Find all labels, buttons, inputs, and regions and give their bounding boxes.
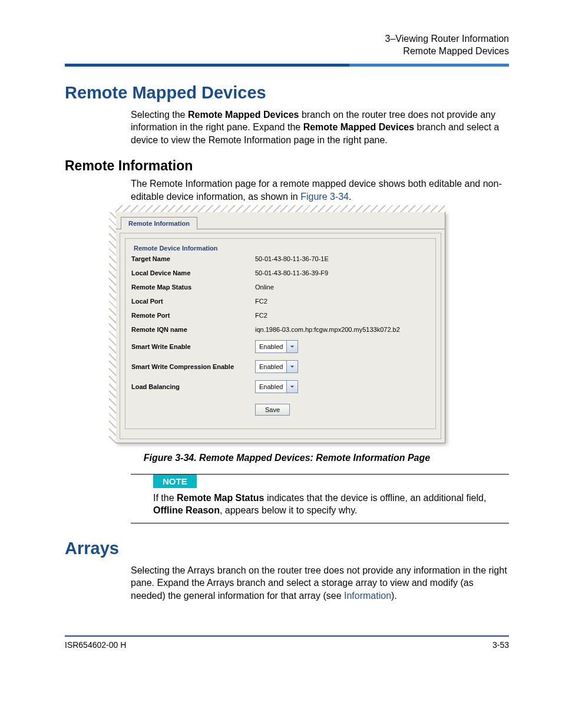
para-remote-mapped-intro: Selecting the Remote Mapped Devices bran… [65,108,509,147]
note-tag: NOTE [153,475,197,488]
row-remote-map-status: Remote Map Status Online [131,280,429,294]
select-smart-write-compression[interactable]: Enabled [255,360,298,373]
header-rule [65,64,509,67]
link-information[interactable]: Information [344,591,391,601]
label-local-port: Local Port [131,298,255,305]
select-smart-write-enable[interactable]: Enabled [255,340,298,353]
value-local-port: FC2 [255,298,429,305]
chevron-down-icon [286,361,297,373]
note-rule-bottom [131,523,509,523]
select-smart-write-enable-value: Enabled [256,343,286,350]
link-figure-3-34[interactable]: Figure 3-34 [300,192,349,202]
footer-docid: ISR654602-00 H [65,640,126,650]
select-load-balancing-value: Enabled [256,383,286,390]
select-load-balancing[interactable]: Enabled [255,380,298,393]
save-button[interactable]: Save [255,404,290,416]
label-remote-iqn: Remote IQN name [131,326,255,333]
row-save: Save [131,397,429,419]
label-smart-write-compression: Smart Write Compression Enable [131,363,255,370]
label-smart-write-enable: Smart Write Enable [131,343,255,350]
header-chapter: 3–Viewing Router Information [65,33,509,45]
row-local-port: Local Port FC2 [131,294,429,308]
footer-page-number: 3-53 [492,640,509,650]
page-footer: ISR654602-00 H 3-53 [65,637,509,650]
label-local-device-name: Local Device Name [131,269,255,276]
header-section: Remote Mapped Devices [65,45,509,58]
label-load-balancing: Load Balancing [131,383,255,390]
label-target-name: Target Name [131,255,255,262]
row-remote-port: Remote Port FC2 [131,308,429,322]
value-remote-iqn: iqn.1986-03.com.hp:fcgw.mpx200.my5133k07… [255,326,429,333]
chevron-down-icon [286,341,297,353]
para-remote-info-intro: The Remote Information page for a remote… [65,177,509,203]
row-local-device-name: Local Device Name 50-01-43-80-11-36-39-F… [131,266,429,280]
heading-remote-mapped-devices: Remote Mapped Devices [65,83,509,103]
row-target-name: Target Name 50-01-43-80-11-36-70-1E [131,252,429,266]
heading-remote-information: Remote Information [65,158,509,174]
tab-remote-information[interactable]: Remote Information [121,217,197,229]
heading-arrays: Arrays [65,539,509,558]
label-remote-map-status: Remote Map Status [131,284,255,291]
value-target-name: 50-01-43-80-11-36-70-1E [255,255,429,262]
chevron-down-icon [286,381,297,393]
value-local-device-name: 50-01-43-80-11-36-39-F9 [255,269,429,276]
row-smart-write-enable: Smart Write Enable Enabled [131,337,429,357]
groupbox-title: Remote Device Information [131,245,220,252]
row-load-balancing: Load Balancing Enabled [131,377,429,397]
select-smart-write-compression-value: Enabled [256,363,286,370]
value-remote-map-status: Online [255,284,429,291]
label-remote-port: Remote Port [131,312,255,319]
row-remote-iqn: Remote IQN name iqn.1986-03.com.hp:fcgw.… [131,322,429,337]
page-running-header: 3–Viewing Router Information Remote Mapp… [65,33,509,58]
figure-caption: Figure 3-34. Remote Mapped Devices: Remo… [65,453,509,463]
value-remote-port: FC2 [255,312,429,319]
row-smart-write-compression: Smart Write Compression Enable Enabled [131,357,429,377]
para-arrays-intro: Selecting the Arrays branch on the route… [65,564,509,602]
figure-remote-information-panel: Remote Information Remote Device Informa… [115,212,445,443]
note-body: If the Remote Map Status indicates that … [65,492,509,523]
